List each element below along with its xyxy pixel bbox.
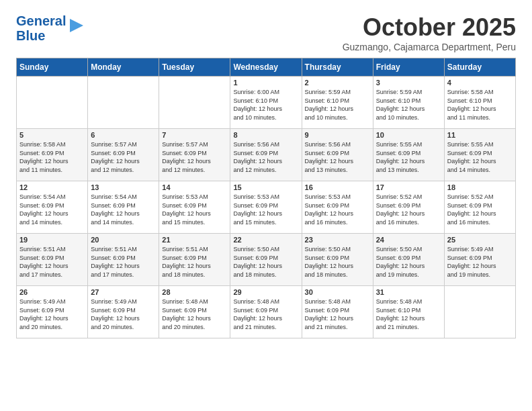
- calendar-cell: 22Sunrise: 5:50 AM Sunset: 6:09 PM Dayli…: [230, 234, 302, 286]
- calendar-cell: 19Sunrise: 5:51 AM Sunset: 6:09 PM Dayli…: [17, 234, 88, 286]
- day-number: 9: [305, 131, 370, 139]
- day-info: Sunrise: 5:56 AM Sunset: 6:09 PM Dayligh…: [305, 140, 370, 174]
- day-info: Sunrise: 5:48 AM Sunset: 6:09 PM Dayligh…: [162, 298, 227, 331]
- day-info: Sunrise: 5:48 AM Sunset: 6:09 PM Dayligh…: [305, 298, 370, 331]
- calendar-cell: 28Sunrise: 5:48 AM Sunset: 6:09 PM Dayli…: [159, 286, 230, 338]
- day-info: Sunrise: 5:55 AM Sunset: 6:09 PM Dayligh…: [447, 140, 513, 174]
- day-info: Sunrise: 5:51 AM Sunset: 6:09 PM Dayligh…: [162, 245, 227, 279]
- calendar-week-row: 5Sunrise: 5:58 AM Sunset: 6:09 PM Daylig…: [17, 129, 516, 181]
- calendar-cell: 23Sunrise: 5:50 AM Sunset: 6:09 PM Dayli…: [302, 234, 373, 286]
- calendar-cell: 27Sunrise: 5:49 AM Sunset: 6:09 PM Dayli…: [88, 286, 159, 338]
- day-info: Sunrise: 5:49 AM Sunset: 6:09 PM Dayligh…: [91, 298, 156, 331]
- day-number: 12: [19, 183, 85, 191]
- calendar-cell: 11Sunrise: 5:55 AM Sunset: 6:09 PM Dayli…: [444, 129, 515, 181]
- day-number: 5: [19, 131, 85, 139]
- calendar-cell: 18Sunrise: 5:52 AM Sunset: 6:09 PM Dayli…: [444, 181, 515, 234]
- day-info: Sunrise: 5:58 AM Sunset: 6:10 PM Dayligh…: [447, 88, 513, 122]
- calendar-cell: 25Sunrise: 5:49 AM Sunset: 6:09 PM Dayli…: [444, 234, 515, 286]
- month-title: October 2025: [343, 13, 516, 42]
- day-number: 13: [91, 183, 156, 191]
- day-number: 22: [233, 236, 298, 244]
- day-info: Sunrise: 5:57 AM Sunset: 6:09 PM Dayligh…: [162, 140, 227, 174]
- day-info: Sunrise: 5:59 AM Sunset: 6:10 PM Dayligh…: [376, 88, 441, 122]
- day-number: 25: [447, 236, 513, 244]
- day-number: 21: [162, 236, 227, 244]
- day-info: Sunrise: 5:53 AM Sunset: 6:09 PM Dayligh…: [162, 193, 227, 226]
- calendar-cell: 5Sunrise: 5:58 AM Sunset: 6:09 PM Daylig…: [17, 129, 88, 181]
- svg-marker-0: [70, 19, 83, 32]
- calendar-cell: 29Sunrise: 5:48 AM Sunset: 6:09 PM Dayli…: [230, 286, 302, 338]
- calendar-cell: 15Sunrise: 5:53 AM Sunset: 6:09 PM Dayli…: [230, 181, 302, 234]
- calendar-cell: [88, 77, 159, 129]
- day-number: 4: [447, 79, 513, 87]
- logo-text: GeneralBlue: [16, 13, 66, 43]
- day-number: 17: [376, 183, 441, 191]
- calendar-cell: 9Sunrise: 5:56 AM Sunset: 6:09 PM Daylig…: [302, 129, 373, 181]
- calendar-cell: [159, 77, 230, 129]
- calendar-header-sunday: Sunday: [17, 58, 88, 77]
- day-number: 15: [233, 183, 298, 191]
- day-number: 3: [376, 79, 441, 87]
- day-info: Sunrise: 5:50 AM Sunset: 6:09 PM Dayligh…: [305, 245, 370, 279]
- calendar-cell: 26Sunrise: 5:49 AM Sunset: 6:09 PM Dayli…: [17, 286, 88, 338]
- day-number: 19: [19, 236, 85, 244]
- day-number: 10: [376, 131, 441, 139]
- location-subtitle: Guzmango, Cajamarca Department, Peru: [343, 42, 516, 52]
- calendar-cell: 6Sunrise: 5:57 AM Sunset: 6:09 PM Daylig…: [88, 129, 159, 181]
- calendar-cell: 10Sunrise: 5:55 AM Sunset: 6:09 PM Dayli…: [373, 129, 444, 181]
- day-info: Sunrise: 5:49 AM Sunset: 6:09 PM Dayligh…: [447, 245, 513, 279]
- day-number: 16: [305, 183, 370, 191]
- calendar-week-row: 19Sunrise: 5:51 AM Sunset: 6:09 PM Dayli…: [17, 234, 516, 286]
- calendar-header-tuesday: Tuesday: [159, 58, 230, 77]
- day-info: Sunrise: 5:53 AM Sunset: 6:09 PM Dayligh…: [233, 193, 298, 226]
- calendar-cell: 21Sunrise: 5:51 AM Sunset: 6:09 PM Dayli…: [159, 234, 230, 286]
- calendar-cell: 12Sunrise: 5:54 AM Sunset: 6:09 PM Dayli…: [17, 181, 88, 234]
- day-info: Sunrise: 5:52 AM Sunset: 6:09 PM Dayligh…: [447, 193, 513, 226]
- day-info: Sunrise: 5:48 AM Sunset: 6:09 PM Dayligh…: [233, 298, 298, 331]
- day-info: Sunrise: 5:57 AM Sunset: 6:09 PM Dayligh…: [91, 140, 156, 174]
- calendar-header-monday: Monday: [88, 58, 159, 77]
- calendar-table: SundayMondayTuesdayWednesdayThursdayFrid…: [16, 58, 516, 338]
- day-info: Sunrise: 5:49 AM Sunset: 6:09 PM Dayligh…: [19, 298, 85, 331]
- calendar-cell: 30Sunrise: 5:48 AM Sunset: 6:09 PM Dayli…: [302, 286, 373, 338]
- day-number: 6: [91, 131, 156, 139]
- day-info: Sunrise: 6:00 AM Sunset: 6:10 PM Dayligh…: [233, 88, 298, 122]
- calendar-cell: [444, 286, 515, 338]
- day-number: 1: [233, 79, 298, 87]
- calendar-cell: 20Sunrise: 5:51 AM Sunset: 6:09 PM Dayli…: [88, 234, 159, 286]
- day-info: Sunrise: 5:51 AM Sunset: 6:09 PM Dayligh…: [19, 245, 85, 279]
- calendar-cell: 7Sunrise: 5:57 AM Sunset: 6:09 PM Daylig…: [159, 129, 230, 181]
- calendar-cell: 3Sunrise: 5:59 AM Sunset: 6:10 PM Daylig…: [373, 77, 444, 129]
- page-header: GeneralBlue October 2025 Guzmango, Cajam…: [16, 13, 516, 52]
- day-info: Sunrise: 5:59 AM Sunset: 6:10 PM Dayligh…: [305, 88, 370, 122]
- calendar-header-friday: Friday: [373, 58, 444, 77]
- day-info: Sunrise: 5:53 AM Sunset: 6:09 PM Dayligh…: [305, 193, 370, 226]
- calendar-week-row: 1Sunrise: 6:00 AM Sunset: 6:10 PM Daylig…: [17, 77, 516, 129]
- day-number: 18: [447, 183, 513, 191]
- calendar-cell: 16Sunrise: 5:53 AM Sunset: 6:09 PM Dayli…: [302, 181, 373, 234]
- logo-icon: [67, 16, 86, 35]
- calendar-header-wednesday: Wednesday: [230, 58, 302, 77]
- calendar-cell: 8Sunrise: 5:56 AM Sunset: 6:09 PM Daylig…: [230, 129, 302, 181]
- calendar-cell: 4Sunrise: 5:58 AM Sunset: 6:10 PM Daylig…: [444, 77, 515, 129]
- day-number: 26: [19, 288, 85, 296]
- calendar-cell: 31Sunrise: 5:48 AM Sunset: 6:10 PM Dayli…: [373, 286, 444, 338]
- day-info: Sunrise: 5:50 AM Sunset: 6:09 PM Dayligh…: [376, 245, 441, 279]
- day-number: 11: [447, 131, 513, 139]
- calendar-header-saturday: Saturday: [444, 58, 515, 77]
- day-info: Sunrise: 5:56 AM Sunset: 6:09 PM Dayligh…: [233, 140, 298, 174]
- logo: GeneralBlue: [16, 13, 86, 43]
- calendar-cell: 2Sunrise: 5:59 AM Sunset: 6:10 PM Daylig…: [302, 77, 373, 129]
- day-number: 31: [376, 288, 441, 296]
- day-number: 14: [162, 183, 227, 191]
- day-number: 27: [91, 288, 156, 296]
- day-number: 29: [233, 288, 298, 296]
- day-info: Sunrise: 5:54 AM Sunset: 6:09 PM Dayligh…: [19, 193, 85, 226]
- day-info: Sunrise: 5:52 AM Sunset: 6:09 PM Dayligh…: [376, 193, 441, 226]
- calendar-cell: 24Sunrise: 5:50 AM Sunset: 6:09 PM Dayli…: [373, 234, 444, 286]
- day-info: Sunrise: 5:55 AM Sunset: 6:09 PM Dayligh…: [376, 140, 441, 174]
- calendar-cell: 13Sunrise: 5:54 AM Sunset: 6:09 PM Dayli…: [88, 181, 159, 234]
- day-info: Sunrise: 5:58 AM Sunset: 6:09 PM Dayligh…: [19, 140, 85, 174]
- day-info: Sunrise: 5:51 AM Sunset: 6:09 PM Dayligh…: [91, 245, 156, 279]
- day-number: 24: [376, 236, 441, 244]
